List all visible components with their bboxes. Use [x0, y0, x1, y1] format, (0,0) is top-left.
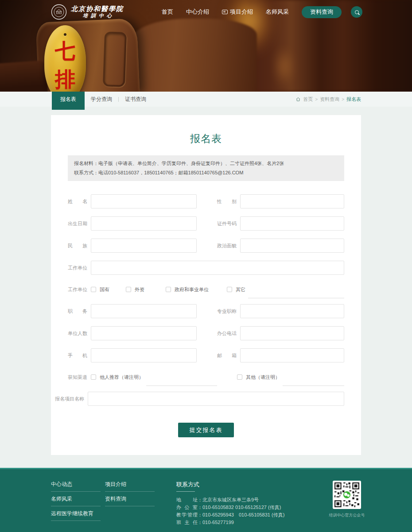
breadcrumb-materials[interactable]: 资料查询: [320, 96, 339, 103]
other-channel-specify-input[interactable]: [283, 376, 344, 386]
form-row: 工作单位: [68, 261, 344, 275]
notice-materials: 报名材料：电子版（申请表、单位简介、学历复印件、身份证复印件）、二寸证件照4张、…: [74, 159, 338, 168]
notice-box: 报名材料：电子版（申请表、单位简介、学历复印件、身份证复印件）、二寸证件照4张、…: [68, 155, 344, 181]
sub-tab-bar: 报名表 学分查询 证书查询 首页 > 资料查询 > 报名表: [0, 92, 412, 107]
form-row: 民族 政治面貌: [68, 239, 344, 253]
government-checkbox[interactable]: [166, 287, 171, 292]
footer: 中心动态 名师风采 远程医学继续教育 项目介绍 资料查询 联系方式 地址：北京市…: [0, 468, 412, 532]
footer-link-materials[interactable]: 资料查询: [105, 492, 155, 506]
label-mobile: 手机: [68, 352, 87, 359]
footer-columns: 中心动态 名师风采 远程医学继续教育 项目介绍 资料查询 联系方式 地址：北京市…: [51, 469, 361, 526]
contact-row-office: 办公室：010-65105832 010-65125127 (传真): [176, 504, 309, 511]
tab-credit-query[interactable]: 学分查询: [85, 92, 118, 107]
breadcrumb-home[interactable]: 首页: [303, 96, 313, 103]
form-row: 出生日期 证件号码: [68, 216, 344, 231]
plaque-char-top: 七: [55, 37, 75, 65]
label-channel: 获知渠道: [68, 374, 87, 381]
brand-subname: 培訓中心: [80, 13, 115, 19]
label-position: 职务: [68, 308, 87, 315]
form-row: 手机 邮箱: [68, 348, 344, 362]
ethnicity-input[interactable]: [91, 239, 197, 253]
label-gender: 性别: [217, 198, 237, 205]
checkbox-other-unit[interactable]: 其它: [227, 286, 245, 293]
contact-row-class-master: 班主任：010-65277199: [176, 519, 309, 526]
breadcrumb-separator: >: [342, 97, 344, 102]
hero-banner: 七 排 北京协和醫學院 培訓中心 首页 中心介绍: [0, 0, 412, 92]
checkbox-foreign[interactable]: 外资: [126, 286, 144, 293]
page: 七 排 北京协和醫學院 培訓中心 首页 中心介绍: [0, 0, 412, 532]
name-input[interactable]: [91, 194, 197, 208]
search-icon: [355, 10, 359, 14]
nav-project-intro[interactable]: 项目介绍: [222, 8, 253, 16]
project-name-input[interactable]: [88, 392, 344, 406]
label-ethnicity: 民族: [68, 243, 87, 249]
brand-name: 北京协和醫學院: [71, 5, 124, 13]
position-input[interactable]: [91, 304, 197, 318]
work-unit-input[interactable]: [91, 261, 344, 275]
label-unit-type: 工作单位: [68, 286, 87, 293]
form-row: 报名项目名称: [68, 392, 344, 406]
checkbox-referral[interactable]: 他人推荐（请注明）: [91, 374, 144, 381]
form-row: 单位人数 办公电话: [68, 326, 344, 340]
breadcrumb-current: 报名表: [346, 96, 361, 103]
birth-date-input[interactable]: [91, 216, 197, 231]
nav-menu: 首页 中心介绍 项目介绍 名师风采 资料查询: [162, 6, 362, 18]
wood-carved-groove: [103, 31, 127, 87]
other-channel-checkbox[interactable]: [237, 374, 242, 380]
email-input[interactable]: [240, 348, 344, 362]
political-status-input[interactable]: [240, 239, 344, 253]
other-unit-checkbox[interactable]: [227, 287, 232, 292]
checkbox-government[interactable]: 政府和事业单位: [166, 286, 209, 293]
wood-post-back: [131, 19, 257, 92]
professional-title-input[interactable]: [240, 304, 344, 318]
staff-count-input[interactable]: [91, 326, 197, 340]
submit-button[interactable]: 提交报名表: [178, 423, 234, 437]
footer-link-center-news[interactable]: 中心动态: [51, 481, 101, 491]
label-email: 邮箱: [217, 352, 237, 359]
footer-link-remote-education[interactable]: 远程医学继续教育: [51, 506, 101, 520]
label-staff-count: 单位人数: [68, 330, 87, 337]
referral-checkbox[interactable]: [91, 374, 96, 380]
qr-caption: 培训中心官方公众号: [325, 513, 369, 518]
label-birth-date: 出生日期: [68, 220, 87, 227]
qr-block: 培训中心官方公众号: [333, 481, 361, 526]
footer-links-col1: 中心动态 名师风采 远程医学继续教育: [51, 481, 101, 526]
nav-materials-button[interactable]: 资料查询: [302, 6, 342, 18]
tab-certificate-query[interactable]: 证书查询: [119, 92, 152, 107]
footer-links-col2: 项目介绍 资料查询: [105, 481, 155, 526]
mobile-input[interactable]: [91, 348, 197, 362]
state-owned-checkbox[interactable]: [91, 287, 96, 292]
channel-row: 获知渠道 他人推荐（请注明） 其他（请注明）: [68, 370, 344, 384]
label-work-unit: 工作单位: [68, 265, 87, 271]
search-button[interactable]: [351, 6, 362, 18]
gender-input[interactable]: [240, 194, 344, 208]
form-row: 职务 专业职称: [68, 304, 344, 318]
project-icon: [222, 10, 228, 14]
nav-center-intro[interactable]: 中心介绍: [186, 8, 209, 16]
nav-home[interactable]: 首页: [162, 8, 173, 16]
breadcrumb: 首页 > 资料查询 > 报名表: [295, 92, 361, 107]
notice-contact: 联系方式：电话010-58116037，18501140765；邮箱185011…: [74, 168, 338, 177]
nav-teachers[interactable]: 名师风采: [266, 8, 289, 16]
top-navigation: 北京协和醫學院 培訓中心 首页 中心介绍 项目介绍 名师风采 资料查询: [0, 0, 412, 24]
checkbox-state-owned[interactable]: 国有: [91, 286, 109, 293]
footer-link-teachers[interactable]: 名师风采: [51, 492, 101, 506]
foreign-checkbox[interactable]: [126, 287, 131, 292]
id-number-input[interactable]: [240, 216, 344, 231]
label-office-phone: 办公电话: [217, 330, 237, 337]
label-name: 姓名: [68, 198, 87, 205]
breadcrumb-separator: >: [315, 97, 318, 102]
other-unit-specify-input[interactable]: [248, 289, 344, 298]
footer-link-project-intro[interactable]: 项目介绍: [105, 481, 155, 491]
checkbox-other-channel[interactable]: 其他（请注明）: [237, 374, 280, 381]
hero-bokeh-glow-small: [274, 46, 294, 86]
office-phone-input[interactable]: [240, 326, 344, 340]
submit-row: 提交报名表: [68, 423, 344, 437]
unit-type-row: 工作单位 国有 外资 政府和事业单位 其它: [68, 283, 344, 296]
tab-registration-form[interactable]: 报名表: [52, 92, 85, 110]
brand-logo[interactable]: 北京协和醫學院 培訓中心: [51, 4, 124, 20]
seal-icon: [51, 4, 67, 20]
referral-specify-input[interactable]: [146, 376, 217, 386]
registration-form: 姓名 性别 出生日期 证件号码 民族 政治面貌 工作单位 工作单位 国有: [68, 194, 344, 437]
label-professional-title: 专业职称: [217, 308, 237, 315]
